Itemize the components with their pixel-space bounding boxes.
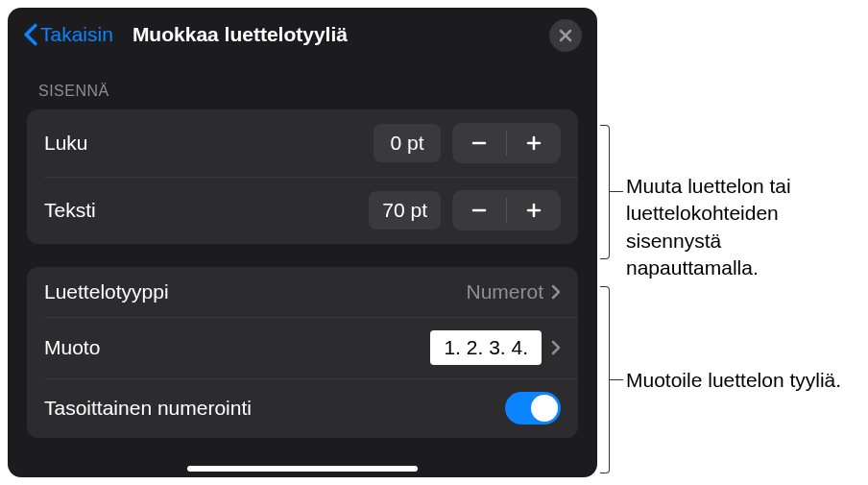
panel-header: Takaisin Muokkaa luettelotyyliä xyxy=(8,8,597,61)
toggle-knob xyxy=(531,395,558,422)
tiered-numbering-toggle[interactable] xyxy=(505,392,561,424)
plus-icon xyxy=(524,133,543,153)
indent-number-label: Luku xyxy=(44,132,374,155)
list-settings-card: Luettelotyyppi Numerot Muoto 1. 2. 3. 4.… xyxy=(27,267,578,438)
callout-indent-text: Muuta luettelon tai luettelokohteiden si… xyxy=(626,173,856,281)
indent-number-row: Luku 0 pt xyxy=(27,109,578,177)
back-label: Takaisin xyxy=(40,23,113,46)
edit-list-style-panel: Takaisin Muokkaa luettelotyyliä SISENNÄ … xyxy=(8,8,597,477)
list-type-label: Luettelotyyppi xyxy=(44,280,466,303)
callout-format-text: Muotoile luettelon tyyliä. xyxy=(626,367,856,394)
indent-number-stepper xyxy=(452,123,561,163)
panel-title: Muokkaa luettelotyyliä xyxy=(133,23,348,46)
indent-section-header: SISENNÄ xyxy=(8,61,597,109)
back-button[interactable]: Takaisin xyxy=(23,23,113,46)
callout-bracket xyxy=(600,125,610,259)
close-button[interactable] xyxy=(549,19,582,52)
list-type-value: Numerot xyxy=(466,280,543,303)
home-indicator xyxy=(187,466,418,472)
indent-card: Luku 0 pt Teksti 70 pt xyxy=(27,109,578,244)
callout-line xyxy=(610,379,623,380)
format-row[interactable]: Muoto 1. 2. 3. 4. xyxy=(27,317,578,378)
indent-text-increase[interactable] xyxy=(507,190,561,230)
callout-bracket xyxy=(600,286,610,473)
tiered-numbering-label: Tasoittainen numerointi xyxy=(44,397,505,420)
chevron-right-icon xyxy=(551,284,561,300)
chevron-right-icon xyxy=(551,340,561,355)
list-type-row[interactable]: Luettelotyyppi Numerot xyxy=(27,267,578,317)
indent-text-row: Teksti 70 pt xyxy=(27,177,578,244)
indent-number-increase[interactable] xyxy=(507,123,561,163)
indent-text-value[interactable]: 70 pt xyxy=(369,191,441,230)
format-label: Muoto xyxy=(44,336,430,359)
indent-number-value[interactable]: 0 pt xyxy=(374,124,441,162)
indent-text-stepper xyxy=(452,190,561,230)
indent-number-decrease[interactable] xyxy=(452,123,506,163)
minus-icon xyxy=(470,201,489,220)
callout-line xyxy=(610,191,623,192)
plus-icon xyxy=(524,201,543,220)
indent-text-label: Teksti xyxy=(44,199,369,222)
tiered-numbering-row: Tasoittainen numerointi xyxy=(27,378,578,438)
format-preview: 1. 2. 3. 4. xyxy=(430,330,542,365)
chevron-left-icon xyxy=(23,23,38,46)
indent-text-decrease[interactable] xyxy=(452,190,506,230)
close-icon xyxy=(559,29,572,42)
minus-icon xyxy=(470,133,489,153)
